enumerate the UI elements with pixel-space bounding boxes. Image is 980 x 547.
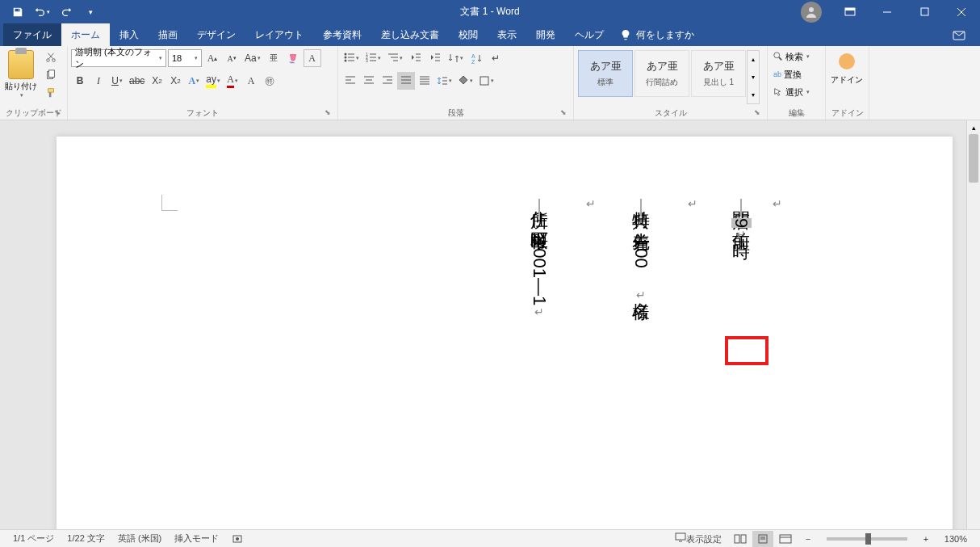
page[interactable]: ↵ 開店午前9時↵ ↵ 特典先着 100 名様↵ ↵ 住所中区桜町 1001—1… [57,137,953,529]
read-mode-button[interactable] [730,531,751,547]
zoom-handle[interactable] [865,533,871,545]
insert-mode[interactable]: 挿入モード [168,532,225,545]
align-left-button[interactable] [341,72,359,90]
ribbon-display-options[interactable] [831,0,869,23]
close-button[interactable] [943,0,980,23]
text-line-3[interactable]: 住所中区桜町 1001—1↵ [521,197,557,318]
strikethrough-button[interactable]: abc [127,72,147,90]
show-marks-button[interactable]: ↵ [487,49,505,67]
page-count[interactable]: 1/1 ページ [6,532,61,545]
subscript-button[interactable]: X2 [148,72,165,90]
increase-indent-button[interactable] [426,49,444,67]
tab-help[interactable]: ヘルプ [565,23,614,46]
superscript-button[interactable]: X2 [166,72,184,90]
save-button[interactable] [6,2,29,22]
text-effects-button[interactable]: A▾ [185,72,203,90]
maximize-button[interactable] [906,0,943,23]
scroll-up-button[interactable]: ▴ [967,120,980,134]
text-direction-button[interactable]: ▾ [446,49,466,67]
tab-developer[interactable]: 開発 [526,23,565,46]
zoom-level[interactable]: 130% [938,534,974,544]
font-name-combo[interactable]: 游明朝 (本文のフォン▾ [71,49,166,67]
style-heading1[interactable]: あア亜見出し 1 [691,50,746,97]
highlight-button[interactable]: ay▾ [203,72,223,90]
char-shading-button[interactable]: A [242,72,260,90]
display-settings[interactable]: 表示設定 [668,532,728,545]
tab-review[interactable]: 校閲 [449,23,488,46]
print-layout-button[interactable] [752,531,773,547]
font-launcher[interactable]: ⬊ [323,108,333,118]
borders-button[interactable]: ▾ [476,72,496,90]
style-normal[interactable]: あア亜標準 [578,50,633,97]
svg-rect-12 [48,89,54,92]
underline-button[interactable]: U▾ [108,72,126,90]
addins-button[interactable]: アドイン [829,48,865,97]
tab-view[interactable]: 表示 [488,23,526,46]
font-size-combo[interactable]: 18▾ [168,49,202,67]
tab-design[interactable]: デザイン [187,23,245,46]
bullets-button[interactable]: ▾ [341,49,362,67]
line-spacing-button[interactable]: ▾ [434,72,454,90]
vertical-scrollbar[interactable]: ▴ [966,120,980,529]
account-icon[interactable] [801,2,822,23]
replace-button[interactable]: ab置換 [771,66,804,82]
phonetic-guide-button[interactable]: 亜 [265,49,283,67]
zoom-in-button[interactable]: + [915,531,936,547]
clipboard-launcher[interactable]: ⬊ [52,108,62,118]
word-count[interactable]: 1/22 文字 [61,532,111,545]
zoom-out-button[interactable]: − [798,531,819,547]
tab-file[interactable]: ファイル [3,23,61,46]
styles-launcher[interactable]: ⬊ [752,108,762,118]
qat-customize[interactable]: ▾ [79,2,102,22]
minimize-button[interactable] [869,0,906,23]
svg-rect-2 [845,8,855,11]
numbering-button[interactable]: 123▾ [363,49,383,67]
tab-layout[interactable]: レイアウト [245,23,313,46]
web-layout-button[interactable] [775,531,796,547]
align-right-button[interactable] [379,72,396,90]
redo-button[interactable] [55,2,77,22]
zoom-slider[interactable] [827,537,907,541]
macro-record[interactable] [225,532,249,545]
shrink-font-button[interactable]: A▾ [223,49,241,67]
format-painter-button[interactable] [42,84,60,102]
style-no-spacing[interactable]: あア亜行間詰め [634,50,689,97]
decrease-indent-button[interactable] [407,49,425,67]
cut-button[interactable] [42,48,60,66]
enclosed-char-button[interactable]: ㊕ [261,72,279,90]
clear-formatting-button[interactable] [284,49,302,67]
styles-next[interactable]: ▾ [748,69,759,86]
lightbulb-icon [620,29,631,40]
font-color-button[interactable]: A▾ [224,72,241,90]
share-button[interactable] [944,23,974,46]
shading-button[interactable]: ▾ [455,72,475,90]
tab-mailings[interactable]: 差し込み文書 [371,23,449,46]
distributed-button[interactable] [416,72,433,90]
justify-button[interactable] [397,72,415,90]
character-border-button[interactable]: A [304,49,321,67]
tab-draw[interactable]: 描画 [149,23,187,46]
bold-button[interactable]: B [71,72,89,90]
change-case-button[interactable]: Aa▾ [242,49,263,67]
sort-button[interactable]: AZ [467,49,485,67]
tab-references[interactable]: 参考資料 [313,23,371,46]
tab-home[interactable]: ホーム [61,23,110,46]
undo-button[interactable]: ▾ [31,2,53,22]
select-button[interactable]: 選択▾ [771,84,812,100]
grow-font-button[interactable]: A▴ [203,49,221,67]
styles-prev[interactable]: ▴ [748,51,759,69]
paragraph-launcher[interactable]: ⬊ [559,108,568,118]
paste-button[interactable]: 貼り付け ▾ [3,48,39,102]
styles-more[interactable]: ▾ [748,86,759,103]
scroll-thumb[interactable] [969,134,978,183]
find-button[interactable]: 検索▾ [771,48,812,65]
copy-button[interactable] [42,66,60,84]
align-center-button[interactable] [360,72,378,90]
language-status[interactable]: 英語 (米国) [111,532,168,545]
italic-button[interactable]: I [90,72,107,90]
tell-me-search[interactable]: 何をしますか [620,23,694,46]
text-line-1[interactable]: 開店午前9時↵ [723,197,759,241]
tab-insert[interactable]: 挿入 [110,23,149,46]
multilevel-list-button[interactable]: ▾ [385,49,405,67]
text-line-2[interactable]: 特典先着 100 名様↵ [623,197,659,301]
